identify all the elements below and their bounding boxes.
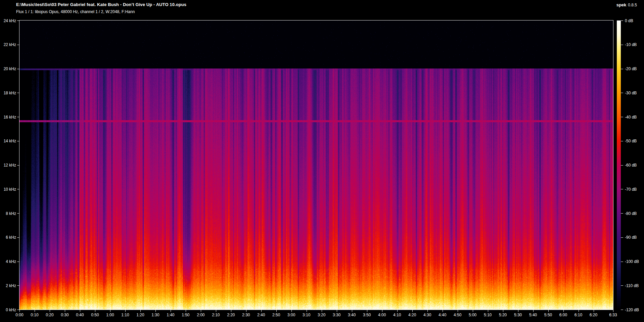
freq-tick xyxy=(17,141,19,141)
freq-tick xyxy=(17,285,19,286)
time-tick-label: 3:00 xyxy=(287,313,295,317)
db-tick xyxy=(621,165,623,166)
freq-tick-label: 0 kHz xyxy=(1,308,16,312)
time-tick xyxy=(186,310,186,312)
time-tick-label: 1:10 xyxy=(121,313,129,317)
freq-tick-label: 22 kHz xyxy=(1,43,16,47)
db-tick xyxy=(621,213,623,214)
time-tick-label: 0:50 xyxy=(91,313,99,317)
db-tick-label: -20 dB xyxy=(625,67,637,71)
time-tick-label: 6:00 xyxy=(559,313,567,317)
time-tick xyxy=(548,310,549,312)
time-tick-label: 0:30 xyxy=(61,313,68,317)
time-tick-label: 2:20 xyxy=(227,313,235,317)
file-path-title: E:\Music\test\So\03 Peter Gabriel feat. … xyxy=(16,2,186,7)
freq-tick-label: 16 kHz xyxy=(1,115,16,119)
app-brand: spek0.8.5 xyxy=(616,2,637,7)
time-tick xyxy=(443,310,443,312)
freq-tick xyxy=(17,165,19,166)
freq-tick-label: 12 kHz xyxy=(1,163,16,167)
freq-tick xyxy=(17,262,19,262)
freq-tick-label: 14 kHz xyxy=(1,139,16,143)
freq-tick xyxy=(17,237,19,238)
db-tick-label: -100 dB xyxy=(625,260,639,264)
time-tick xyxy=(307,310,307,312)
time-tick-label: 2:30 xyxy=(242,313,250,317)
freq-tick xyxy=(17,45,19,45)
time-tick xyxy=(412,310,413,312)
time-tick-label: 6:20 xyxy=(590,313,597,317)
time-tick-label: 2:40 xyxy=(257,313,265,317)
stream-info: Flux 1 / 1: libopus Opus, 48000 Hz, chan… xyxy=(16,9,135,14)
time-tick xyxy=(65,310,65,312)
db-tick-label: -50 dB xyxy=(625,139,637,143)
time-tick xyxy=(473,310,473,312)
time-tick xyxy=(458,310,458,312)
db-tick xyxy=(621,310,623,310)
time-tick xyxy=(337,310,337,312)
time-tick xyxy=(140,310,141,312)
time-tick xyxy=(397,310,398,312)
freq-tick-label: 2 kHz xyxy=(1,284,16,288)
time-tick xyxy=(19,310,20,312)
db-tick xyxy=(621,237,623,238)
time-tick xyxy=(261,310,262,312)
time-tick xyxy=(352,310,352,312)
time-tick-label: 4:40 xyxy=(439,313,446,317)
time-tick xyxy=(594,310,594,312)
time-tick xyxy=(95,310,95,312)
db-tick xyxy=(621,93,623,93)
db-tick xyxy=(621,285,623,286)
db-tick-label: -40 dB xyxy=(625,115,637,119)
time-tick-label: 1:40 xyxy=(167,313,174,317)
time-tick-label: 5:50 xyxy=(544,313,552,317)
time-tick-label: 5:30 xyxy=(514,313,522,317)
time-tick xyxy=(563,310,564,312)
time-tick xyxy=(533,310,534,312)
time-tick xyxy=(110,310,110,312)
freq-tick-label: 6 kHz xyxy=(1,235,16,239)
time-tick-label: 3:10 xyxy=(303,313,310,317)
time-tick-label: 6:33 xyxy=(609,313,617,317)
freq-tick-label: 10 kHz xyxy=(1,187,16,191)
time-tick xyxy=(216,310,216,312)
db-tick xyxy=(621,117,623,117)
db-tick xyxy=(621,262,623,262)
time-tick xyxy=(276,310,277,312)
time-tick-label: 1:50 xyxy=(182,313,189,317)
freq-tick xyxy=(17,213,19,214)
db-tick-label: -70 dB xyxy=(625,187,637,191)
time-tick-label: 5:10 xyxy=(484,313,492,317)
time-tick-label: 0:10 xyxy=(31,313,38,317)
time-tick xyxy=(427,310,428,312)
time-tick-label: 0:20 xyxy=(46,313,53,317)
time-tick xyxy=(125,310,126,312)
spek-window: { "app": { "name": "spek", "version": "0… xyxy=(0,0,644,322)
freq-tick xyxy=(17,20,19,21)
db-tick-label: 0 dB xyxy=(625,19,633,23)
time-tick xyxy=(367,310,367,312)
time-tick xyxy=(503,310,503,312)
freq-tick-label: 8 kHz xyxy=(1,212,16,216)
freq-tick-label: 24 kHz xyxy=(1,19,16,23)
db-tick-label: -110 dB xyxy=(625,284,639,288)
app-name: spek xyxy=(616,2,627,7)
app-version: 0.8.5 xyxy=(628,3,637,7)
time-tick-label: 3:50 xyxy=(363,313,371,317)
time-tick-label: 5:00 xyxy=(469,313,476,317)
time-tick-label: 5:40 xyxy=(529,313,537,317)
time-tick-label: 4:10 xyxy=(393,313,401,317)
db-tick xyxy=(621,45,623,45)
time-tick xyxy=(579,310,579,312)
time-tick xyxy=(518,310,518,312)
time-tick-label: 4:30 xyxy=(423,313,431,317)
time-tick xyxy=(613,310,613,312)
db-tick xyxy=(621,20,623,21)
freq-tick xyxy=(17,93,19,93)
spectrogram-canvas xyxy=(19,20,613,310)
db-tick-label: -80 dB xyxy=(625,212,637,216)
db-legend-gradient-bar xyxy=(617,20,621,310)
time-tick-label: 0:40 xyxy=(76,313,84,317)
time-tick xyxy=(488,310,488,312)
db-tick-label: -30 dB xyxy=(625,91,637,95)
